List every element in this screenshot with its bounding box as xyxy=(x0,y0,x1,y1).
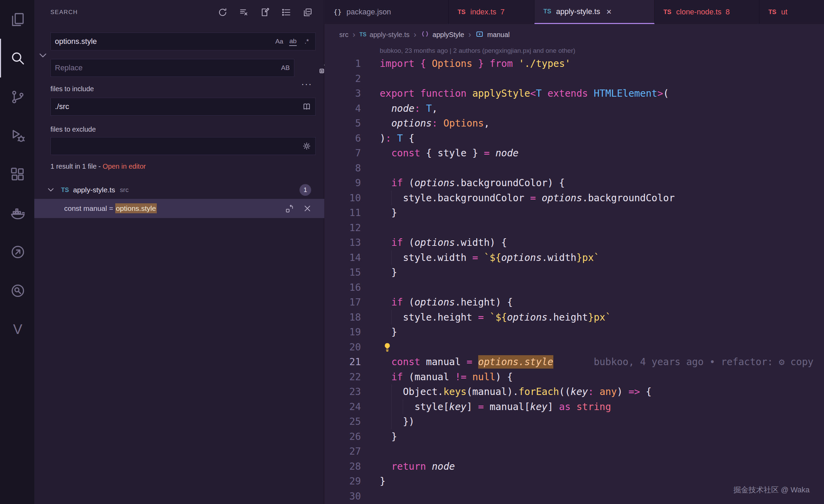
line-number: 18 xyxy=(325,310,361,325)
tab-clone-node.ts[interactable]: TSclone-node.ts8 xyxy=(655,0,760,24)
code-line-13[interactable]: 13 if (options.width) { xyxy=(325,235,824,250)
close-tab-icon[interactable]: × xyxy=(606,7,611,16)
refresh-icon[interactable] xyxy=(215,5,230,20)
code-line-15[interactable]: 15 } xyxy=(325,265,824,280)
code-text: const { style } = node xyxy=(380,146,824,161)
tab-label: index.ts xyxy=(470,8,496,16)
code-line-24[interactable]: 24 style[key] = manual[key] as string xyxy=(325,399,824,415)
code-line-3[interactable]: 3export function applyStyle<T extends HT… xyxy=(325,86,824,101)
code-line-1[interactable]: 1import { Options } from './types' xyxy=(325,56,824,71)
tab-index.ts[interactable]: TSindex.ts7 xyxy=(449,0,534,24)
code-line-26[interactable]: 26 } xyxy=(325,429,824,444)
code-line-2[interactable]: 2 xyxy=(325,71,824,86)
activity-remote-circle[interactable] xyxy=(0,232,34,271)
code-line-19[interactable]: 19 } xyxy=(325,325,824,340)
breadcrumb-item-apply-style.ts[interactable]: TSapply-style.ts xyxy=(360,31,410,39)
use-regex-toggle[interactable]: .* xyxy=(301,35,313,48)
line-number: 17 xyxy=(325,295,361,310)
preserve-case-toggle[interactable]: AB xyxy=(280,62,291,74)
collapse-all-icon[interactable] xyxy=(301,5,315,20)
tab-apply-style.ts[interactable]: TSapply-style.ts× xyxy=(534,0,655,24)
code-line-28[interactable]: 28 return node xyxy=(325,459,824,474)
replace-input[interactable] xyxy=(51,63,280,72)
tab-package.json[interactable]: {}package.json xyxy=(325,0,449,24)
code-line-22[interactable]: 22 if (manual != null) { xyxy=(325,370,824,385)
chevron-down-icon[interactable] xyxy=(46,185,56,195)
replace-match-button[interactable] xyxy=(283,202,296,215)
breadcrumb-separator: › xyxy=(353,30,355,39)
toggle-search-details-button[interactable]: ··· xyxy=(301,79,312,89)
search-sidebar: SEARCH Aaab.* AB ··· files to include fi… xyxy=(34,0,324,504)
dismiss-match-button[interactable] xyxy=(301,202,314,215)
breadcrumb-item-applyStyle[interactable]: applyStyle xyxy=(421,29,464,40)
codelens-blame[interactable]: bubkoo, 23 months ago | 2 authors (pengx… xyxy=(380,45,824,56)
match-case-toggle[interactable]: Aa xyxy=(273,35,285,48)
code-text xyxy=(380,444,824,459)
search-match-row[interactable]: const manual = options.style xyxy=(34,199,324,218)
code-text: style.backgroundColor = options.backgrou… xyxy=(380,191,824,206)
code-text: if (manual != null) { xyxy=(380,370,824,385)
code-line-27[interactable]: 27 xyxy=(325,444,824,459)
watermark: 掘金技术社区 @ Waka xyxy=(733,485,810,495)
breadcrumb-item-manual[interactable]: manual xyxy=(475,29,510,40)
match-before-text: const manual = xyxy=(64,204,115,212)
search-open-editors-icon[interactable] xyxy=(301,100,313,113)
editor-tabs: {}package.jsonTSindex.ts7TSapply-style.t… xyxy=(325,0,824,24)
docker-icon xyxy=(10,205,26,221)
code-line-11[interactable]: 11 } xyxy=(325,205,824,220)
line-number: 7 xyxy=(325,146,361,161)
activity-run-debug[interactable] xyxy=(0,116,34,155)
code-line-23[interactable]: 23 Object.keys(manual).forEach((key: any… xyxy=(325,384,824,399)
breadcrumb-item-src[interactable]: src xyxy=(339,31,349,39)
code-line-16[interactable]: 16 xyxy=(325,280,824,295)
code-line-14[interactable]: 14 style.width = `${options.width}px` xyxy=(325,250,824,265)
search-input[interactable] xyxy=(51,37,273,46)
open-in-editor-link[interactable]: Open in editor xyxy=(103,163,146,170)
tab-error-count: 8 xyxy=(726,8,730,16)
code-line-12[interactable]: 12 xyxy=(325,220,824,236)
panel-title: SEARCH xyxy=(50,9,78,16)
new-search-editor-icon[interactable] xyxy=(258,5,272,20)
code-line-8[interactable]: 8 xyxy=(325,161,824,176)
whole-word-toggle[interactable]: ab xyxy=(287,35,299,48)
code-line-7[interactable]: 7 const { style } = node xyxy=(325,146,824,161)
files-to-include-input[interactable] xyxy=(51,102,301,111)
code-line-18[interactable]: 18 style.height = `${options.height}px` xyxy=(325,310,824,325)
code-text: style.width = `${options.width}px` xyxy=(380,250,824,265)
exclude-settings-gear-icon[interactable] xyxy=(301,140,313,152)
activity-source-control[interactable] xyxy=(0,77,34,116)
clear-search-results-icon[interactable] xyxy=(237,5,251,20)
activity-vitest[interactable]: V xyxy=(0,310,34,349)
activity-code-inspect[interactable] xyxy=(0,271,34,310)
code-text: options: Options, xyxy=(380,116,824,131)
code-text xyxy=(380,220,824,236)
files-to-exclude-input[interactable] xyxy=(51,142,301,151)
view-as-list-icon[interactable] xyxy=(279,5,294,20)
ts-file-icon: TS xyxy=(768,9,776,16)
lightbulb-icon[interactable] xyxy=(382,341,393,352)
tab-ut[interactable]: TSut xyxy=(760,0,824,24)
tab-label: ut xyxy=(781,8,787,16)
search-result-file-row[interactable]: TS apply-style.ts src 1 xyxy=(34,181,324,199)
code-line-21[interactable]: 21 const manual = options.style bubkoo, … xyxy=(325,355,824,370)
code-line-6[interactable]: 6): T { xyxy=(325,131,824,146)
code-line-10[interactable]: 10 style.backgroundColor = options.backg… xyxy=(325,191,824,206)
activity-extensions[interactable] xyxy=(0,155,34,194)
code-line-20[interactable]: 20 xyxy=(325,340,824,355)
ts-file-icon: TS xyxy=(663,9,671,16)
code-line-5[interactable]: 5 options: Options, xyxy=(325,116,824,131)
code-line-4[interactable]: 4 node: T, xyxy=(325,101,824,116)
activity-explorer[interactable] xyxy=(0,0,34,39)
code-line-25[interactable]: 25 }) xyxy=(325,414,824,429)
activity-docker[interactable] xyxy=(0,194,34,232)
code-line-17[interactable]: 17 if (options.height) { xyxy=(325,295,824,310)
line-number: 20 xyxy=(325,340,361,355)
breadcrumb-label: manual xyxy=(487,31,510,39)
toggle-replace-chevron[interactable] xyxy=(37,49,49,61)
code-text: ): T { xyxy=(380,131,824,146)
symbol-field-icon xyxy=(475,29,484,40)
code-editor[interactable]: bubkoo, 23 months ago | 2 authors (pengx… xyxy=(325,45,824,504)
line-number: 11 xyxy=(325,205,361,220)
activity-search[interactable] xyxy=(0,39,34,77)
code-line-9[interactable]: 9 if (options.backgroundColor) { xyxy=(325,176,824,191)
